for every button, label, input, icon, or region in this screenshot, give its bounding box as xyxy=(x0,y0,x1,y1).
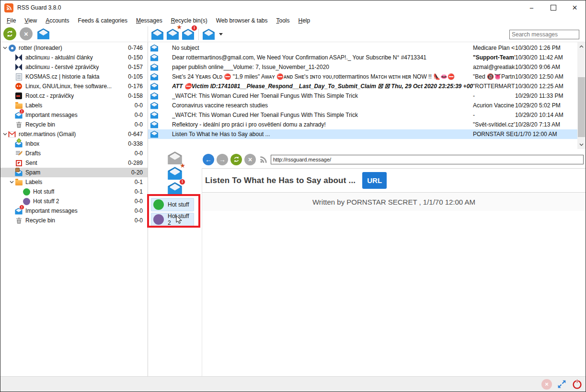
reddit-icon xyxy=(15,83,22,90)
scrollbar-thumb[interactable] xyxy=(578,77,585,137)
menu-web-browser-tabs[interactable]: Web browser & tabs xyxy=(212,16,272,25)
menu-tools[interactable]: Tools xyxy=(272,16,294,25)
search-messages-input[interactable] xyxy=(509,30,579,39)
label-circle-purple-icon xyxy=(23,198,30,205)
mark-all-read-button[interactable] xyxy=(36,27,50,40)
exclamation-badge-icon: ! xyxy=(191,25,197,31)
dropdown-caret-icon[interactable] xyxy=(219,33,223,35)
feed-item-spam[interactable]: Spam 0-20 xyxy=(0,168,148,177)
spam-hand-icon xyxy=(15,168,20,172)
menu-messages[interactable]: Messages xyxy=(132,16,167,25)
chevron-down-icon[interactable] xyxy=(1,46,8,49)
mark-message-unread-button[interactable]: ! xyxy=(181,28,195,41)
mouse-cursor-icon xyxy=(176,215,183,225)
menu-accounts[interactable]: Accounts xyxy=(41,16,73,25)
feed-item-linux-gnu[interactable]: Linux, GNU/Linux, free software... 0-176 xyxy=(0,81,148,91)
stop-running-tasks-button[interactable]: × xyxy=(20,27,33,40)
feed-item-sent[interactable]: Sent 0-289 xyxy=(0,158,148,168)
feed-item-important-gmail[interactable]: ! Important messages 0-0 xyxy=(0,206,148,216)
toolbar-row: × ★ ! xyxy=(0,26,586,42)
messages-toolbar: ★ ! xyxy=(150,28,223,41)
rss-feed-icon xyxy=(260,156,267,163)
reload-button[interactable] xyxy=(230,154,242,165)
status-bar: × xyxy=(0,376,586,392)
envelope-icon xyxy=(150,130,159,138)
feed-item-abclinuxu-clanky[interactable]: abclinuxu - aktuální články 0-150 xyxy=(0,53,148,62)
message-row-selected[interactable]: Listen To What he Has to Say about ... P… xyxy=(148,129,586,139)
feed-item-recycle-inoreader[interactable]: Recycle bin 0-0 xyxy=(0,120,148,129)
mark-message-read-button[interactable] xyxy=(150,28,164,41)
chevron-down-icon[interactable] xyxy=(1,133,8,136)
mark-important-button[interactable]: ★ xyxy=(167,166,183,180)
feed-item-recycle-gmail[interactable]: Recycle bin 0-0 xyxy=(0,216,148,225)
feed-item-gmail-account[interactable]: rotter.martinos (Gmail) 0-647 xyxy=(0,129,148,139)
mark-message-important-button[interactable]: ★ xyxy=(165,28,180,41)
feed-item-inoreader-account[interactable]: rotter (Inoreader) 0-746 xyxy=(0,43,148,53)
maximize-button[interactable] xyxy=(542,0,564,15)
folder-icon xyxy=(15,104,23,109)
label-button-hot-stuff-2[interactable]: Hot stuff 2 xyxy=(151,213,194,226)
back-button[interactable]: ← xyxy=(203,154,214,165)
feed-item-important-inoreader[interactable]: ! Important messages 0-0 xyxy=(0,110,148,120)
folder-icon xyxy=(15,180,23,185)
feed-item-inbox[interactable]: Inbox 0-338 xyxy=(0,139,148,149)
window-title: RSS Guard 3.8.0 xyxy=(17,4,61,11)
forward-button[interactable]: → xyxy=(217,154,228,165)
menu-bar: File View Accounts Feeds & categories Me… xyxy=(0,15,586,26)
message-row[interactable]: Reflektory - ideální pro práci i pro osv… xyxy=(148,120,586,129)
message-row[interactable]: Dear rottermartinos@gmail.com, We Need Y… xyxy=(148,53,586,62)
label-circle-purple-icon xyxy=(153,214,164,225)
feed-item-abclinuxu-zpravicky[interactable]: abclinuxu - čerstvé zprávičky 0-157 xyxy=(0,62,148,72)
scroll-down-icon[interactable] xyxy=(577,141,586,149)
feed-item-rootcz[interactable]: Root.cz - zprávičky 0-158 xyxy=(0,91,148,101)
envelope-icon xyxy=(150,121,159,128)
message-row[interactable]: paper publish online___Volume: 7, Issue_… xyxy=(148,62,586,72)
menu-help[interactable]: Help xyxy=(294,16,315,25)
statusbar-close-disabled-icon: × xyxy=(541,379,552,390)
message-row[interactable]: No subject Medicare Plan <e... 10/30/20 … xyxy=(148,43,586,53)
envelope-icon xyxy=(150,82,159,90)
envelope-icon xyxy=(150,111,159,119)
message-row[interactable]: ATT ⛔Victim ID:1741081__Please_Respond__… xyxy=(148,81,586,91)
scroll-up-icon[interactable] xyxy=(577,43,586,50)
message-body xyxy=(202,211,586,376)
menu-recycle-bins[interactable]: Recycle bin(s) xyxy=(167,16,212,25)
message-list-scrollbar[interactable] xyxy=(577,42,586,149)
message-url-button[interactable]: URL xyxy=(362,172,387,189)
feed-item-labels-gmail[interactable]: Labels 0-1 xyxy=(0,177,148,187)
message-row[interactable]: Sʜᴇ's 24 Yᴇᴀʀs Oʟᴅ ⛔ "1,9 miles" Aᴡᴀʏ ⛔ᴀ… xyxy=(148,72,586,81)
toolbar-separator xyxy=(148,26,148,42)
title-bar: RSS Guard 3.8.0 − × xyxy=(0,0,586,15)
envelope-icon xyxy=(150,102,159,109)
chevron-down-icon[interactable] xyxy=(8,181,15,184)
fullscreen-toggle-button[interactable] xyxy=(557,379,567,389)
message-row[interactable]: Coronavirus vaccine research studies Acu… xyxy=(148,101,586,110)
minimize-button[interactable]: − xyxy=(521,0,542,15)
menu-file[interactable]: File xyxy=(2,16,20,25)
app-window: RSS Guard 3.8.0 − × File View Accounts F… xyxy=(0,0,586,392)
feed-item-kosmas[interactable]: KOSMAS.cz | historie a fakta 0-105 xyxy=(0,72,148,81)
label-button-hot-stuff[interactable]: Hot stuff xyxy=(151,198,194,211)
stop-button[interactable]: × xyxy=(244,154,256,165)
mark-unread-button[interactable]: ! xyxy=(167,182,183,195)
message-row[interactable]: _WATCH: This Woman Cured Her Toenail Fun… xyxy=(148,110,586,120)
rss-guard-logo-icon xyxy=(4,3,13,12)
message-header: Listen To What he Has to Say about ... U… xyxy=(202,168,586,193)
exclamation-badge-icon: ! xyxy=(19,109,24,114)
quit-power-button[interactable] xyxy=(572,379,583,390)
label-circle-green-icon xyxy=(23,188,30,196)
menu-view[interactable]: View xyxy=(20,16,41,25)
address-bar-input[interactable] xyxy=(271,155,584,164)
message-actions-dropdown-button[interactable] xyxy=(201,28,216,41)
feed-item-hot-stuff[interactable]: Hot stuff 0-1 xyxy=(0,187,148,196)
main-area: rotter (Inoreader) 0-746 abclinuxu - akt… xyxy=(0,42,586,376)
feed-item-drafts[interactable]: Drafts 0-0 xyxy=(0,149,148,158)
update-feeds-button[interactable] xyxy=(3,27,16,40)
drafts-pencil-icon xyxy=(15,150,23,157)
close-button[interactable]: × xyxy=(564,0,586,15)
inoreader-icon xyxy=(9,45,16,52)
right-panel: No subject Medicare Plan <e... 10/30/20 … xyxy=(148,42,586,376)
maximize-icon xyxy=(551,5,556,11)
menu-feeds-categories[interactable]: Feeds & categories xyxy=(74,16,132,25)
message-row[interactable]: _WATCH: This Woman Cured Her Toenail Fun… xyxy=(148,91,586,101)
